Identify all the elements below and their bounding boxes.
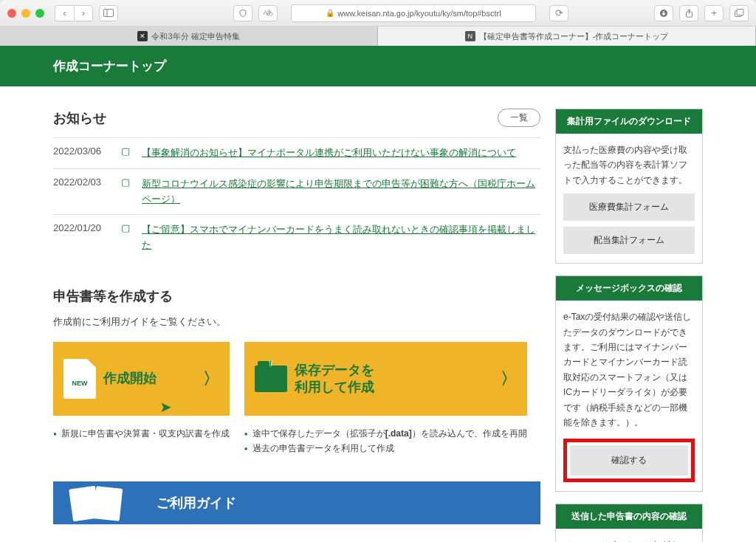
lock-icon: 🔒: [326, 9, 334, 17]
page-title: 作成コーナートップ: [53, 58, 703, 75]
tabs-overview-button[interactable]: [729, 5, 749, 21]
zoom-window-button[interactable]: [35, 9, 44, 18]
news-more-button[interactable]: 一覧: [498, 109, 540, 127]
tab-1[interactable]: ✕ 令和3年分 確定申告特集: [0, 27, 378, 46]
chevron-right-icon: 〉: [203, 368, 219, 390]
news-icon: ▢: [121, 176, 133, 207]
new-tab-button[interactable]: +: [704, 5, 724, 21]
url-text: www.keisan.nta.go.jp/kyoutu/ky/sm/top#bs…: [337, 9, 501, 18]
minimize-window-button[interactable]: [21, 9, 30, 18]
svg-rect-0: [104, 10, 114, 17]
traffic-lights: [7, 9, 44, 18]
main-column: お知らせ 一覧 2022/03/06 ▢ 【事象解消のお知らせ】マイナポータル連…: [53, 109, 540, 542]
news-item: 2022/03/06 ▢ 【事象解消のお知らせ】マイナポータル連携がご利用いただ…: [53, 137, 540, 168]
news-icon: ▢: [121, 145, 133, 161]
text-size-button[interactable]: Aあ: [258, 5, 278, 21]
tab-2[interactable]: N 【確定申告書等作成コーナー】-作成コーナートップ: [378, 27, 756, 46]
tab-2-label: 【確定申告書等作成コーナー】-作成コーナートップ: [479, 31, 669, 42]
guide-documents-icon: [71, 487, 121, 520]
download-icon: [659, 9, 668, 18]
load-saved-label-2: 利用して作成: [295, 379, 374, 396]
share-icon: [685, 9, 693, 18]
new-badge: NEW: [72, 380, 88, 387]
forward-button[interactable]: ›: [74, 5, 93, 21]
tab-2-favicon: N: [465, 31, 475, 41]
address-bar[interactable]: 🔒 www.keisan.nta.go.jp/kyoutu/ky/sm/top#…: [291, 4, 536, 22]
sidebar-toggle-button[interactable]: [99, 5, 118, 21]
create-desc: 作成前にご利用ガイドをご覧ください。: [53, 315, 540, 329]
load-saved-label-1: 保存データを: [295, 362, 374, 379]
chevron-right-icon: 〉: [501, 368, 517, 390]
news-item: 2022/02/03 ▢ 新型コロナウイルス感染症の影響により申告期限までの申告…: [53, 168, 540, 215]
list-item: 途中で保存したデータ（拡張子が[.data]）を読み込んで、作成を再開: [244, 426, 527, 441]
create-heading: 申告書等を作成する: [53, 287, 540, 305]
medical-form-button[interactable]: 医療費集計フォーム: [563, 193, 695, 221]
browser-window: ‹ › Aあ 🔒 www.keisan.nta.go.jp/kyoutu/ky/…: [0, 0, 756, 542]
panel-desc: 支払った医療費の内容や受け取った配当等の内容を表計算ソフトで入力することができま…: [563, 143, 695, 188]
download-button[interactable]: [654, 5, 673, 21]
news-item: 2022/01/20 ▢ 【ご留意】スマホでマイナンバーカードをうまく読み取れな…: [53, 214, 540, 261]
shield-icon: [238, 9, 247, 18]
sidebar-icon: [103, 9, 114, 17]
panel-heading: メッセージボックスの確認: [556, 276, 702, 301]
new-document-icon: NEW: [63, 359, 96, 399]
load-saved-card[interactable]: 保存データを 利用して作成 〉: [244, 342, 527, 416]
reader-button[interactable]: [233, 5, 252, 21]
news-date: 2022/01/20: [53, 222, 112, 253]
panel-sent-return: 送信した申告書の内容の確認 メッセージボックスからダウンロードしたデータ（拡張子…: [555, 504, 703, 542]
panel-heading: 送信した申告書の内容の確認: [556, 504, 702, 529]
news-link[interactable]: 新型コロナウイルス感染症の影響により申告期限までの申告等が困難な方へ（国税庁ホー…: [142, 176, 540, 207]
cursor-icon: ➤: [159, 398, 172, 416]
tabs-icon: [735, 9, 744, 17]
news-link[interactable]: 【ご留意】スマホでマイナンバーカードをうまく読み取れないときの確認事項を掲載しま…: [142, 222, 540, 253]
folder-upload-icon: [255, 366, 287, 392]
tab-1-label: 令和3年分 確定申告特集: [151, 31, 239, 42]
news-heading: お知らせ: [53, 109, 106, 127]
confirm-button[interactable]: 確認する: [570, 445, 688, 476]
back-button[interactable]: ‹: [55, 5, 74, 21]
highlighted-frame: 確認する: [563, 439, 695, 482]
tab-1-favicon: ✕: [137, 31, 148, 41]
panel-desc: e-Taxの受付結果の確認や送信したデータのダウンロードができます。ご利用にはマ…: [563, 309, 695, 430]
usage-guide-banner[interactable]: ご利用ガイド: [53, 481, 540, 524]
panel-heading: 集計用ファイルのダウンロード: [556, 109, 702, 134]
reload-button[interactable]: ⟳: [549, 5, 568, 21]
share-button[interactable]: [679, 5, 698, 21]
guide-label: ご利用ガイド: [157, 494, 236, 512]
news-link[interactable]: 【事象解消のお知らせ】マイナポータル連携がご利用いただけない事象の解消について: [142, 145, 540, 161]
page-content: 作成コーナートップ お知らせ 一覧 2022/03/06 ▢ 【事象解消のお知ら…: [0, 46, 756, 542]
close-window-button[interactable]: [7, 9, 16, 18]
dividend-form-button[interactable]: 配当集計フォーム: [563, 227, 695, 254]
svg-rect-5: [737, 10, 743, 16]
list-item: 過去の申告書データを利用して作成: [244, 441, 527, 456]
sidebar: 集計用ファイルのダウンロード 支払った医療費の内容や受け取った配当等の内容を表計…: [555, 109, 703, 542]
start-new-label: 作成開始: [103, 370, 157, 387]
news-date: 2022/02/03: [53, 176, 112, 207]
list-item: 新規に申告書や決算書・収支内訳書を作成: [53, 426, 230, 441]
page-header: 作成コーナートップ: [0, 46, 756, 86]
browser-toolbar: ‹ › Aあ 🔒 www.keisan.nta.go.jp/kyoutu/ky/…: [0, 0, 756, 27]
panel-download-forms: 集計用ファイルのダウンロード 支払った医療費の内容や受け取った配当等の内容を表計…: [555, 109, 703, 264]
start-new-card[interactable]: NEW ➤ 作成開始 〉: [53, 342, 230, 416]
panel-messagebox: メッセージボックスの確認 e-Taxの受付結果の確認や送信したデータのダウンロー…: [555, 275, 703, 492]
tab-strip: ✕ 令和3年分 確定申告特集 N 【確定申告書等作成コーナー】-作成コーナートッ…: [0, 27, 756, 46]
news-date: 2022/03/06: [53, 145, 112, 161]
news-icon: ▢: [121, 222, 133, 253]
